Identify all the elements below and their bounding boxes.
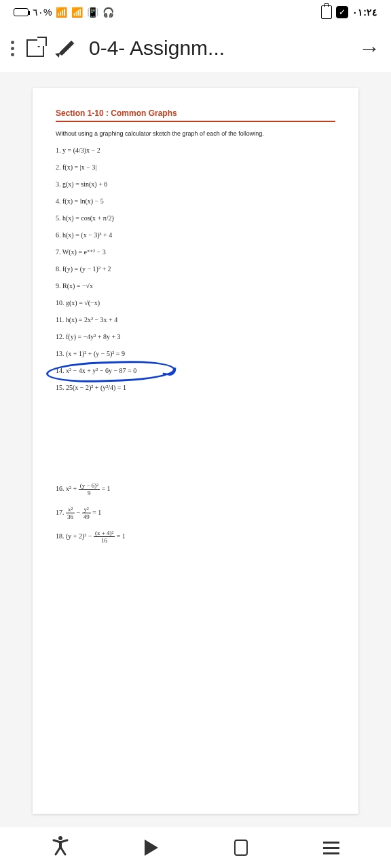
- edit-icon[interactable]: [56, 38, 77, 58]
- problem-4: 4. f(x) = ln(x) − 5: [56, 197, 335, 205]
- status-right: ✓ ٠١:٢٤: [321, 5, 377, 19]
- battery-icon: [14, 8, 29, 16]
- p18d: = 1: [115, 532, 126, 540]
- p16b: (y − 6)²: [79, 482, 100, 490]
- problem-18: 18. (y + 2)² − (x + 4)²16 = 1: [56, 530, 335, 544]
- p17e: 49: [82, 513, 91, 520]
- app-header: 0-4- Assignm... →: [0, 24, 391, 72]
- problem-5a: 5. h(x) = cos: [56, 214, 90, 222]
- problem-8: 8. f(y) = (y − 1)² + 2: [56, 265, 335, 273]
- forward-arrow-icon[interactable]: →: [358, 36, 380, 61]
- problem-11: 11. h(x) = 2x² − 3x + 4: [56, 316, 335, 323]
- battery-percent: ٦٠%: [33, 7, 52, 18]
- problem-14-circled: 14. x² − 4x + y² − 6y − 87 = 0: [56, 367, 136, 374]
- problem-7: 7. W(x) = eˣ⁺² − 3: [56, 248, 335, 256]
- p17d: y²: [82, 506, 91, 513]
- status-left: ٦٠% 📶 📶 📳 🎧: [14, 7, 114, 18]
- vibrate-icon: 📳: [87, 7, 98, 18]
- section-heading: Section 1-10 : Common Graphs: [56, 108, 335, 122]
- problem-9: 9. R(x) = −√x: [56, 282, 335, 290]
- p18c: 16: [94, 537, 115, 544]
- p17b: x²: [66, 506, 75, 513]
- problem-2: 2. f(x) = |x − 3|: [56, 163, 335, 171]
- problem-6: 6. h(x) = (x − 3)³ + 4: [56, 231, 335, 239]
- problem-16: 16. x² + (y − 6)²9 = 1: [56, 482, 335, 496]
- svg-line-5: [60, 847, 65, 854]
- wifi-icon: 📶: [71, 7, 83, 18]
- p18a: 18. (y + 2)² −: [56, 532, 94, 540]
- document-title: 0-4- Assignm...: [89, 37, 346, 60]
- check-badge-icon: ✓: [336, 6, 348, 18]
- problem-13: 13. (x + 1)² + (y − 5)² = 9: [56, 350, 335, 357]
- more-menu-icon[interactable]: [11, 41, 14, 56]
- p17a: 17.: [56, 509, 66, 516]
- navigation-bar: [0, 827, 391, 868]
- problem-17: 17. x²36 − y²49 = 1: [56, 506, 335, 520]
- p16c: 9: [79, 490, 100, 496]
- problem-5: 5. h(x) = cos(x + π/2): [56, 214, 335, 222]
- problem-12: 12. f(y) = −4y² + 8y + 3: [56, 333, 335, 340]
- problem-10: 10. g(x) = √(−x): [56, 299, 335, 307]
- clock-text: ٠١:٢٤: [352, 7, 377, 18]
- p16d: = 1: [100, 485, 111, 492]
- signal-icon: 📶: [56, 7, 67, 18]
- problem-15-text: 15. 25(x − 2)² + (y²/4) = 1: [56, 384, 126, 391]
- card-icon: [321, 5, 332, 19]
- recent-apps-button[interactable]: [323, 842, 339, 854]
- problem-5b: x + π/2: [92, 214, 111, 222]
- document-page[interactable]: Section 1-10 : Common Graphs Without usi…: [33, 88, 358, 814]
- status-bar: ٦٠% 📶 📶 📳 🎧 ✓ ٠١:٢٤: [0, 0, 391, 24]
- accessibility-icon[interactable]: [52, 835, 69, 861]
- headphone-icon: 🎧: [103, 7, 114, 18]
- back-button[interactable]: [145, 840, 158, 856]
- svg-line-3: [60, 840, 67, 842]
- svg-line-4: [56, 847, 60, 854]
- section-intro: Without using a graphing calculator sket…: [56, 130, 335, 137]
- problem-3: 3. g(x) = sin(x) + 6: [56, 180, 335, 188]
- problem-14: 14. x² − 4x + y² − 6y − 87 = 0: [56, 367, 136, 374]
- svg-line-2: [54, 840, 60, 842]
- p17c: 36: [66, 513, 75, 520]
- problem-15: 15. 25(x − 2)² + (y²/4) = 1: [56, 384, 335, 391]
- problem-1: 1. y = (4/3)x − 2: [56, 146, 335, 154]
- p18b: (x + 4)²: [94, 530, 115, 537]
- open-external-icon[interactable]: [26, 39, 44, 57]
- home-button[interactable]: [234, 840, 248, 856]
- svg-point-0: [58, 836, 62, 840]
- p17f: = 1: [91, 509, 102, 516]
- p16a: 16. x² +: [56, 485, 79, 492]
